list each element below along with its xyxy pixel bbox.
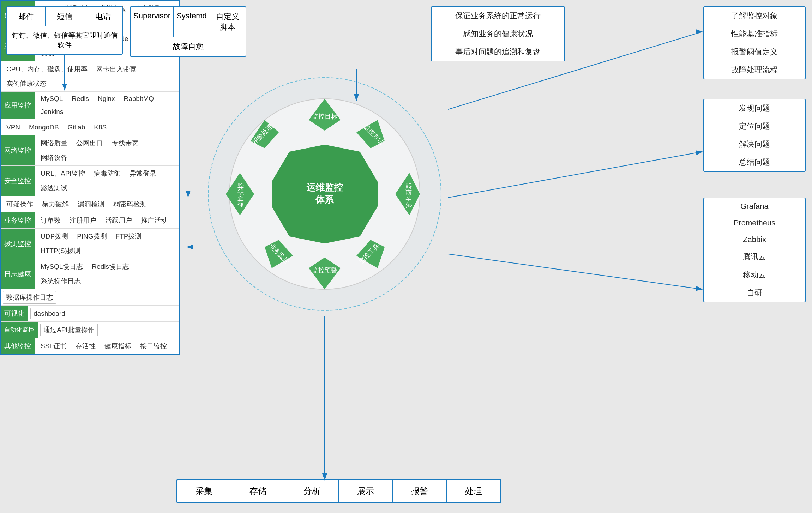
svg-text:监控指标: 监控指标	[237, 183, 244, 208]
registered-users-tag: 注册用户	[66, 214, 100, 227]
app-row: 应用监控 MySQL Redis Nginx RabbitMQ Jenkins	[1, 92, 179, 119]
monitoring-goals-box: 保证业务系统的正常运行 感知业务的健康状况 事后对问题的追溯和复盘	[431, 6, 565, 61]
active-users-tag: 活跃用户	[102, 214, 136, 227]
api-batch-tag: 通过API批量操作	[40, 324, 98, 336]
supervisor-item: Supervisor	[131, 7, 174, 37]
vpn-tag: VPN	[3, 122, 24, 133]
vuln-check-tag: 漏洞检测	[74, 198, 108, 211]
main-container: 邮件 短信 电话 钉钉、微信、短信等其它即时通信软件 Supervisor Sy…	[0, 0, 812, 513]
dialtest-row: 拨测监控 UDP拨测 PING拨测 FTP拨测 HTTP(S)拨测	[1, 229, 179, 259]
visualization-row: 可视化 dashboard	[1, 306, 179, 322]
auto-recovery-item: 故障自愈	[131, 37, 246, 56]
problems-box: 发现问题 定位问题 解决问题 总结问题	[703, 99, 806, 172]
dialtest-label: 拨测监控	[1, 229, 35, 259]
app-items: MySQL Redis Nginx RabbitMQ Jenkins	[35, 92, 179, 119]
purpose-2: 性能基准指标	[704, 25, 805, 43]
circle-diagram-svg: 运维监控 体系 监控目标 监控方法 监控环境 监控工具 监控预警 业务监控 监控…	[205, 74, 445, 314]
business-items: 订单数 注册用户 活跃用户 推广活动	[35, 212, 179, 228]
pipeline-analyze: 分析	[285, 480, 339, 502]
security-row: 安全监控 URL、API监控 病毒防御 异常登录 渗透测试	[1, 166, 179, 196]
redis-slow-tag: Redis慢日志	[88, 260, 133, 273]
app-label: 应用监控	[1, 92, 35, 119]
liveness-tag: 存活性	[72, 340, 99, 352]
tool-2: Prometheus	[704, 215, 805, 231]
goal-2: 感知业务的健康状况	[432, 25, 564, 43]
circle-diagram: 运维监控 体系 监控目标 监控方法 监控环境 监控工具 监控预警 业务监控 监控…	[205, 74, 445, 314]
pipeline-display: 展示	[339, 480, 393, 502]
systemd-item: Systemd	[174, 7, 210, 37]
security-label: 安全监控	[1, 166, 35, 196]
ping-test-tag: PING拨测	[73, 230, 110, 243]
network-device-tag: 网络设备	[37, 151, 71, 164]
jenkins-tag: Jenkins	[37, 106, 67, 117]
goal-1: 保证业务系统的正常运行	[432, 7, 564, 25]
notification-channels-row: 邮件 短信 电话	[7, 7, 122, 26]
tool-5: 移动云	[704, 266, 805, 284]
svg-text:监控预警: 监控预警	[312, 267, 337, 274]
tool-1: Grafana	[704, 198, 805, 215]
pipeline-collect: 采集	[177, 480, 231, 502]
notification-box: 邮件 短信 电话 钉钉、微信、短信等其它即时通信软件	[6, 6, 123, 55]
phone-item: 电话	[84, 7, 122, 26]
antivirus-tag: 病毒防御	[90, 167, 124, 180]
tools-box: Grafana Prometheus Zabbix 腾讯云 移动云 自研	[703, 198, 806, 302]
purpose-4: 故障处理流程	[704, 61, 805, 79]
svg-line-6	[448, 152, 702, 198]
promotion-tag: 推广活动	[137, 214, 171, 227]
instance-health-tag: 实例健康状态	[3, 77, 50, 90]
k8s-tag: K8S	[90, 122, 110, 133]
process-manager-box: Supervisor Systemd 自定义脚本 故障自愈	[130, 6, 246, 57]
auto-items: 通过API批量操作	[38, 322, 179, 338]
security-sub-row: 可疑操作 暴力破解 漏洞检测 弱密码检测	[1, 196, 179, 212]
dialtest-items: UDP拨测 PING拨测 FTP拨测 HTTP(S)拨测	[35, 229, 179, 259]
svg-marker-12	[272, 145, 378, 243]
tool-4: 腾讯云	[704, 248, 805, 266]
nginx-tag: Nginx	[94, 93, 119, 104]
svg-line-7	[448, 254, 702, 289]
api-monitor-tag: 接口监控	[137, 340, 170, 352]
ftp-test-tag: FTP拨测	[112, 230, 145, 243]
redis-tag: Redis	[68, 93, 92, 104]
mysql-tag: MySQL	[37, 93, 66, 104]
log-label: 日志健康	[1, 259, 35, 289]
problem-4: 总结问题	[704, 153, 805, 171]
pipeline-box: 采集 存储 分析 展示 报警 处理	[176, 479, 501, 503]
purposes-box: 了解监控对象 性能基准指标 报警阈值定义 故障处理流程	[703, 6, 806, 79]
health-indicator-tag: 健康指标	[101, 340, 135, 352]
network-quality-tag: 网络质量	[37, 137, 71, 150]
order-count-tag: 订单数	[37, 214, 64, 227]
sys-op-log-tag: 系统操作日志	[37, 275, 84, 288]
system-sub-items: CPU、内存、磁盘、使用率 网卡出入带宽 实例健康状态	[1, 61, 179, 91]
app-sub-items: VPN MongoDB Gitlab K8S	[1, 119, 179, 135]
other-items: SSL证书 存活性 健康指标 接口监控	[35, 338, 179, 354]
purpose-3: 报警阈值定义	[704, 43, 805, 61]
sms-item: 短信	[46, 7, 84, 26]
cpu-mem-disk-tag: CPU、内存、磁盘、使用率	[3, 63, 91, 76]
process-tools-row: Supervisor Systemd 自定义脚本	[131, 7, 246, 37]
leased-line-tag: 专线带宽	[108, 137, 142, 150]
http-test-tag: HTTP(S)拨测	[37, 245, 84, 257]
tool-6: 自研	[704, 284, 805, 302]
pipeline-process: 处理	[447, 480, 500, 502]
business-label: 业务监控	[1, 212, 35, 228]
problem-2: 定位问题	[704, 117, 805, 135]
auto-label: 自动化监控	[1, 322, 38, 338]
gitlab-tag: Gitlab	[64, 122, 89, 133]
goal-3: 事后对问题的追溯和复盘	[432, 43, 564, 61]
other-row: 其他监控 SSL证书 存活性 健康指标 接口监控	[1, 338, 179, 354]
security-items: URL、API监控 病毒防御 异常登录 渗透测试	[35, 166, 179, 196]
svg-text:体系: 体系	[315, 194, 334, 205]
public-exit-tag: 公网出口	[73, 137, 107, 150]
log-sub-items: 数据库操作日志	[1, 289, 179, 305]
udp-test-tag: UDP拨测	[37, 230, 72, 243]
log-row: 日志健康 MySQL慢日志 Redis慢日志 系统操作日志	[1, 259, 179, 289]
svg-text:监控环境: 监控环境	[405, 183, 412, 208]
penetration-tag: 渗透测试	[37, 182, 71, 194]
svg-text:监控目标: 监控目标	[312, 113, 337, 120]
mongodb-tag: MongoDB	[25, 122, 62, 133]
network-row: 网络监控 网络质量 公网出口 专线带宽 网络设备	[1, 135, 179, 166]
url-api-tag: URL、API监控	[37, 167, 89, 180]
custom-script-item: 自定义脚本	[210, 7, 246, 37]
network-items: 网络质量 公网出口 专线带宽 网络设备	[35, 135, 179, 165]
security-sub-items: 可疑操作 暴力破解 漏洞检测 弱密码检测	[1, 196, 179, 212]
